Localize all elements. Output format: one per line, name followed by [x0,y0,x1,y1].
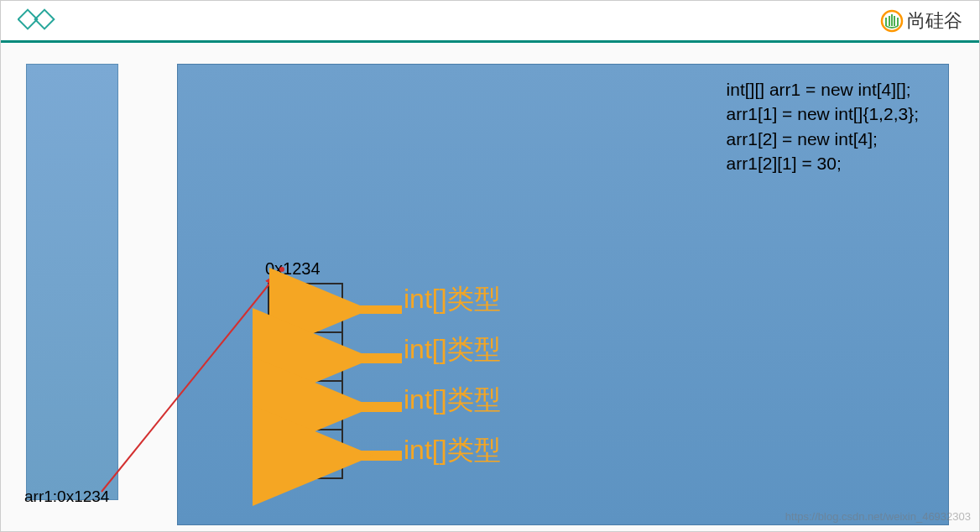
array-cell: null [268,283,343,333]
array-cell: null [268,380,343,430]
code-line: arr1[2] = new int[4]; [727,127,919,151]
brand-logo: 尚硅谷 [880,8,962,34]
array-cells-container: null null null null [268,284,343,479]
watermark-text: https://blog.csdn.net/weixin_46932303 [785,510,971,523]
logo-left-icon [18,6,60,36]
brand-text: 尚硅谷 [907,8,962,34]
code-line: arr1[2][1] = 30; [727,151,919,175]
array-cell: null [268,331,343,382]
code-line: int[][] arr1 = new int[4][]; [727,77,919,102]
array-cell: null [268,429,343,479]
header-bar: 尚硅谷 [1,1,979,43]
type-label: int[]类型 [404,425,501,475]
stack-var-label: arr1:0x1234 [24,488,109,506]
code-snippet: int[][] arr1 = new int[4][]; arr1[1] = n… [727,77,919,176]
type-label: int[]类型 [404,374,501,425]
diagram-area: arr1:0x1234 int[][] arr1 = new int[4][];… [1,43,979,529]
type-labels-container: int[]类型 int[]类型 int[]类型 int[]类型 [404,274,501,475]
heap-address-label: 0x1234 [265,259,321,279]
type-label: int[]类型 [404,324,501,374]
type-label: int[]类型 [404,274,501,324]
code-line: arr1[1] = new int[]{1,2,3}; [727,102,919,126]
stack-memory-box [26,64,118,500]
